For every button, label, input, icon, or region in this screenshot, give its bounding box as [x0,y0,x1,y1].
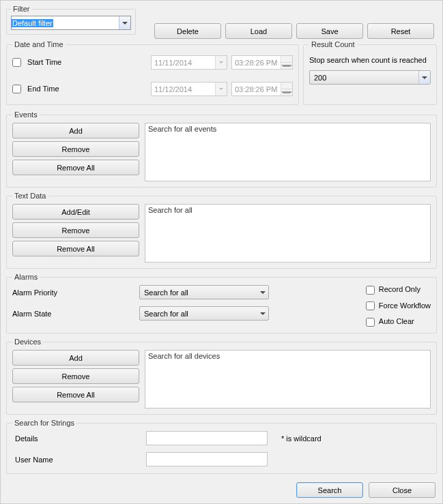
result-count-group: Result Count Stop search when count is r… [303,40,437,105]
filter-legend: Filter [11,5,31,13]
close-button[interactable]: Close [369,482,435,498]
chevron-down-icon [215,83,227,95]
list-item: Search for all [148,206,192,214]
filter-combo[interactable]: Default filter [11,16,131,30]
end-time-input[interactable]: 03:28:26 PM [231,82,293,96]
alarms-legend: Alarms [12,273,40,281]
events-legend: Events [12,110,40,119]
reset-button[interactable]: Reset [367,23,434,39]
alarm-priority-combo[interactable]: Search for all [139,285,269,299]
devices-list[interactable]: Search for all devices [145,350,431,409]
start-date-input[interactable]: 11/11/2014 [151,55,227,70]
events-remove-all-button[interactable]: Remove All [12,160,139,175]
alarm-priority-label: Alarm Priority [12,288,139,297]
datetime-resultcount-row: Date and Time Start Time 11/11/2014 03:2… [6,39,437,109]
result-count-desc: Stop search when count is reached [309,53,431,70]
spinner-icon [281,56,292,69]
chevron-down-icon[interactable] [418,71,430,84]
user-name-label: User Name [12,456,74,464]
list-item: Search for all events [148,125,216,133]
search-strings-group: Search for Strings Details * is wildcard… [6,419,437,474]
result-count-legend: Result Count [309,40,357,48]
events-add-button[interactable]: Add [12,123,139,138]
delete-button[interactable]: Delete [154,23,221,39]
events-remove-button[interactable]: Remove [12,141,139,157]
events-group: Events Add Remove Remove All Search for … [6,110,437,188]
chevron-down-icon [215,56,227,69]
end-time-row: End Time 11/12/2014 03:28:26 PM [12,82,293,96]
search-strings-legend: Search for Strings [12,419,76,427]
save-button[interactable]: Save [296,23,363,39]
details-input[interactable] [146,431,268,445]
devices-remove-all-button[interactable]: Remove All [12,387,139,402]
wildcard-hint: * is wildcard [281,434,321,443]
result-count-combo[interactable]: 200 [309,70,431,85]
search-dialog: Filter Default filter Delete Load Save R… [0,0,443,504]
start-time-label: Start Time [27,58,61,66]
list-item: Search for all devices [148,352,220,360]
date-time-legend: Date and Time [12,40,66,48]
devices-group: Devices Add Remove Remove All Search for… [6,338,437,415]
end-time-checkbox[interactable] [12,85,21,93]
load-button[interactable]: Load [225,23,292,39]
spinner-icon [281,83,292,95]
user-name-input[interactable] [146,452,268,466]
end-date-input[interactable]: 11/12/2014 [151,82,227,96]
footer-buttons: Search Close [296,482,435,498]
alarm-state-label: Alarm State [12,310,139,318]
date-time-group: Date and Time Start Time 11/11/2014 03:2… [6,40,299,105]
filter-group: Filter Default filter [6,5,136,35]
events-list[interactable]: Search for all events [145,123,431,181]
text-data-list[interactable]: Search for all [145,204,431,263]
filter-combo-value: Default filter [12,19,53,27]
start-time-input[interactable]: 03:28:26 PM [231,55,293,70]
start-time-row: Start Time 11/11/2014 03:28:26 PM [12,55,293,70]
textdata-remove-all-button[interactable]: Remove All [12,241,139,256]
end-time-label: End Time [27,85,59,93]
search-button[interactable]: Search [296,482,363,498]
start-time-checkbox[interactable] [12,58,21,67]
force-workflow-check[interactable]: Force Workflow [366,301,431,311]
text-data-legend: Text Data [12,192,48,200]
chevron-down-icon[interactable] [119,16,130,29]
devices-add-button[interactable]: Add [12,350,139,366]
devices-legend: Devices [12,338,43,346]
record-only-check[interactable]: Record Only [366,285,431,295]
text-data-group: Text Data Add/Edit Remove Remove All Sea… [6,192,437,269]
alarms-group: Alarms Alarm Priority Search for all Ala… [6,273,437,333]
textdata-remove-button[interactable]: Remove [12,222,139,238]
top-row: Filter Default filter Delete Load Save R… [6,5,437,39]
details-label: Details [12,434,74,443]
textdata-addedit-button[interactable]: Add/Edit [12,204,139,220]
chevron-down-icon[interactable] [257,286,268,299]
devices-remove-button[interactable]: Remove [12,368,139,384]
alarm-state-combo[interactable]: Search for all [139,306,269,321]
auto-clear-check[interactable]: Auto Clear [366,317,431,327]
chevron-down-icon[interactable] [257,307,268,320]
